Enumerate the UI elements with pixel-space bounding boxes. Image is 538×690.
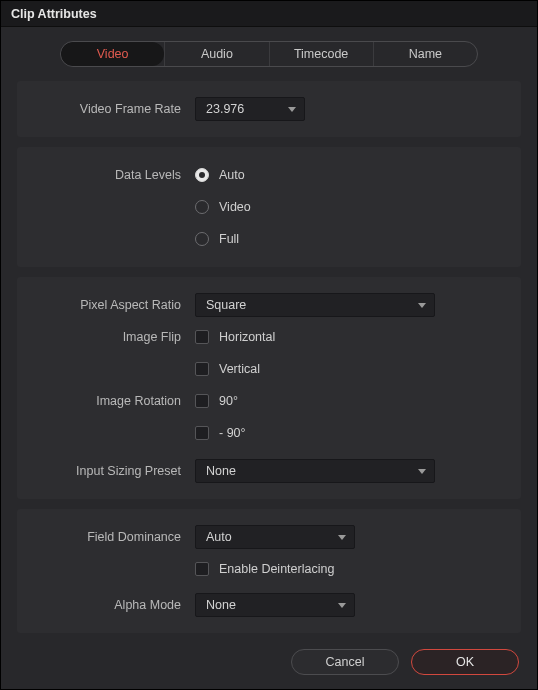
alpha-mode-label: Alpha Mode	[33, 598, 195, 612]
frame-rate-panel: Video Frame Rate 23.976	[17, 81, 521, 137]
tab-video[interactable]: Video	[61, 42, 164, 66]
par-value: Square	[206, 298, 246, 312]
tab-name[interactable]: Name	[373, 42, 477, 66]
data-levels-video-radio[interactable]	[195, 200, 209, 214]
field-dominance-select[interactable]: Auto	[195, 525, 355, 549]
geometry-panel: Pixel Aspect Ratio Square Image Flip Hor…	[17, 277, 521, 499]
input-sizing-preset-label: Input Sizing Preset	[33, 464, 195, 478]
footer: Cancel OK	[291, 649, 519, 675]
input-sizing-preset-value: None	[206, 464, 236, 478]
field-dominance-value: Auto	[206, 530, 232, 544]
field-dominance-label: Field Dominance	[33, 530, 195, 544]
data-levels-auto-label: Auto	[219, 168, 245, 182]
data-levels-panel: Data Levels Auto Video Full	[17, 147, 521, 267]
flip-vertical-checkbox[interactable]	[195, 362, 209, 376]
flip-vertical-label: Vertical	[219, 362, 260, 376]
data-levels-full-label: Full	[219, 232, 239, 246]
tab-audio[interactable]: Audio	[164, 42, 268, 66]
alpha-mode-select[interactable]: None	[195, 593, 355, 617]
window-title: Clip Attributes	[1, 1, 537, 27]
chevron-down-icon	[418, 469, 426, 474]
image-rotation-label: Image Rotation	[33, 394, 195, 408]
enable-deinterlacing-checkbox[interactable]	[195, 562, 209, 576]
flip-horizontal-checkbox[interactable]	[195, 330, 209, 344]
rotate-minus90-checkbox[interactable]	[195, 426, 209, 440]
enable-deinterlacing-label: Enable Deinterlacing	[219, 562, 334, 576]
chevron-down-icon	[338, 535, 346, 540]
frame-rate-select[interactable]: 23.976	[195, 97, 305, 121]
data-levels-auto-radio[interactable]	[195, 168, 209, 182]
tab-timecode[interactable]: Timecode	[269, 42, 373, 66]
image-flip-label: Image Flip	[33, 330, 195, 344]
data-levels-label: Data Levels	[33, 168, 195, 182]
par-select[interactable]: Square	[195, 293, 435, 317]
frame-rate-label: Video Frame Rate	[33, 102, 195, 116]
alpha-mode-value: None	[206, 598, 236, 612]
chevron-down-icon	[338, 603, 346, 608]
input-sizing-preset-select[interactable]: None	[195, 459, 435, 483]
rotate-plus90-label: 90°	[219, 394, 238, 408]
flip-horizontal-label: Horizontal	[219, 330, 275, 344]
ok-button[interactable]: OK	[411, 649, 519, 675]
chevron-down-icon	[418, 303, 426, 308]
chevron-down-icon	[288, 107, 296, 112]
panel-area: Video Frame Rate 23.976 Data Levels Auto	[1, 67, 537, 633]
rotate-minus90-label: - 90°	[219, 426, 246, 440]
cancel-button[interactable]: Cancel	[291, 649, 399, 675]
par-label: Pixel Aspect Ratio	[33, 298, 195, 312]
tab-bar: Video Audio Timecode Name	[60, 41, 478, 67]
field-panel: Field Dominance Auto Enable Deinterlacin…	[17, 509, 521, 633]
data-levels-video-label: Video	[219, 200, 251, 214]
rotate-plus90-checkbox[interactable]	[195, 394, 209, 408]
clip-attributes-window: Clip Attributes Video Audio Timecode Nam…	[0, 0, 538, 690]
frame-rate-value: 23.976	[206, 102, 244, 116]
data-levels-full-radio[interactable]	[195, 232, 209, 246]
